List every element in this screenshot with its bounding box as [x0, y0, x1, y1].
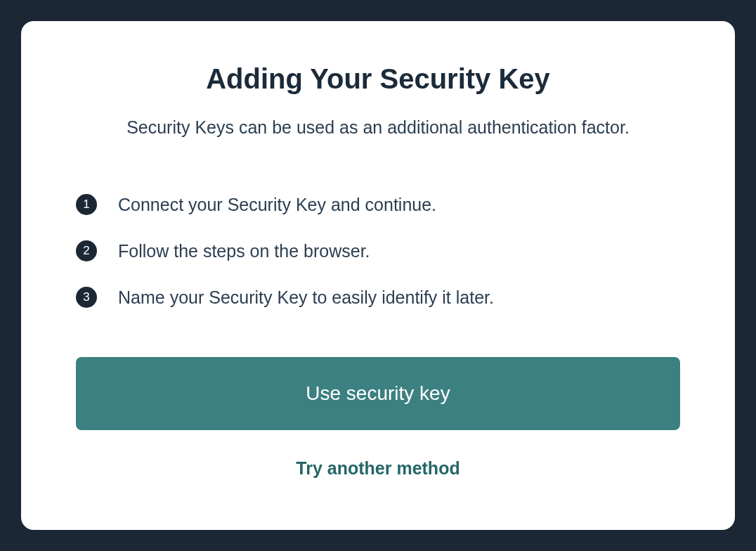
step-item: 2 Follow the steps on the browser.: [76, 240, 680, 261]
step-number-badge: 3: [76, 287, 97, 308]
use-security-key-button[interactable]: Use security key: [76, 357, 680, 430]
step-item: 3 Name your Security Key to easily ident…: [76, 287, 680, 308]
dialog-title: Adding Your Security Key: [76, 63, 680, 95]
security-key-dialog: Adding Your Security Key Security Keys c…: [21, 21, 735, 530]
step-number-badge: 2: [76, 240, 97, 261]
step-text: Follow the steps on the browser.: [118, 241, 370, 261]
step-item: 1 Connect your Security Key and continue…: [76, 194, 680, 215]
step-text: Connect your Security Key and continue.: [118, 195, 436, 215]
step-number-badge: 1: [76, 194, 97, 215]
steps-list: 1 Connect your Security Key and continue…: [76, 194, 680, 308]
dialog-subtitle: Security Keys can be used as an addition…: [76, 117, 680, 138]
step-text: Name your Security Key to easily identif…: [118, 287, 494, 308]
try-another-method-link[interactable]: Try another method: [76, 458, 680, 479]
